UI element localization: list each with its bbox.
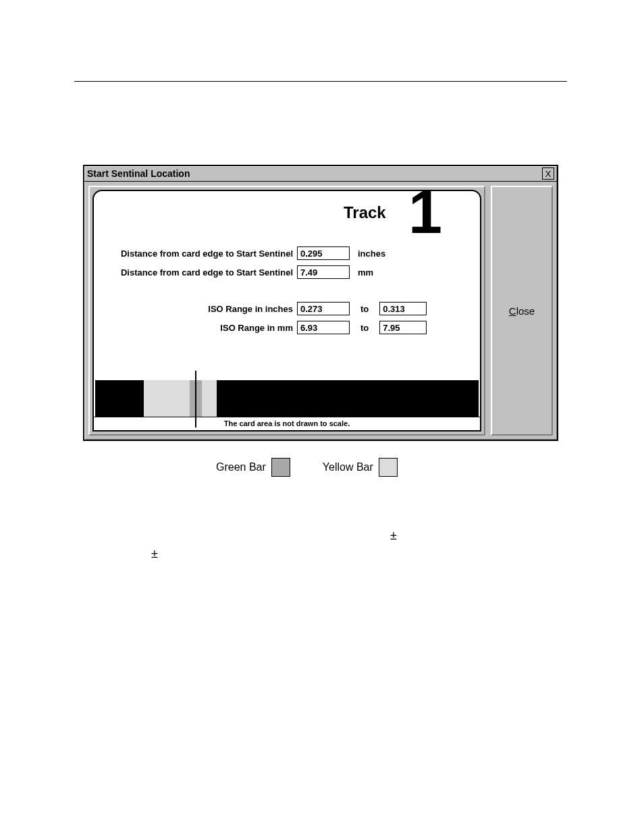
dist-in-label: Distance from card edge to Start Sentine… [107, 249, 293, 259]
row-iso-mm: ISO Range in mm 6.93 to 7.95 [107, 321, 427, 334]
legend-yellow-label: Yellow Bar [323, 461, 373, 473]
to-label-1: to [360, 304, 369, 314]
page-rule [74, 81, 567, 82]
dist-mm-unit: mm [358, 267, 373, 278]
footer-note: The card area is not drawn to scale. [94, 417, 480, 427]
titlebar: Start Sentinal Location X [84, 166, 557, 182]
dialog-title: Start Sentinal Location [87, 168, 190, 179]
dist-in-unit: inches [358, 249, 385, 259]
start-sentinel-dialog: Start Sentinal Location X Track 1 Distan… [83, 165, 558, 441]
iso-in-from: 0.273 [297, 302, 350, 315]
iso-mm-label: ISO Range in mm [107, 323, 293, 333]
stripe-segment-yellow-2 [202, 380, 217, 417]
to-label-2: to [360, 323, 369, 333]
stripe-segment-black-right [217, 380, 479, 417]
stripe-segment-black-left [95, 380, 144, 417]
dist-mm-label: Distance from card edge to Start Sentine… [107, 267, 293, 278]
dialog-body: Track 1 Distance from card edge to Start… [84, 182, 557, 440]
legend-green: Green Bar [216, 458, 290, 477]
dist-mm-value: 7.49 [297, 265, 350, 279]
plusminus-symbol-1: ± [390, 529, 397, 543]
main-panel: Track 1 Distance from card edge to Start… [88, 186, 485, 436]
legend: Green Bar Yellow Bar [216, 458, 398, 477]
close-icon[interactable]: X [542, 167, 554, 180]
close-button[interactable]: Close [491, 186, 553, 436]
close-button-underline: C [509, 305, 516, 317]
row-iso-inches: ISO Range in inches 0.273 to 0.313 [107, 302, 427, 315]
legend-green-swatch [271, 458, 290, 477]
row-dist-inches: Distance from card edge to Start Sentine… [107, 246, 385, 260]
dist-in-value: 0.295 [297, 246, 350, 260]
side-panel: Close [491, 186, 553, 436]
track-number: 1 [408, 190, 442, 242]
plusminus-symbol-2: ± [151, 547, 158, 561]
stripe-segment-yellow-1 [144, 380, 190, 417]
close-button-rest: lose [516, 305, 535, 317]
iso-mm-to: 7.95 [379, 321, 427, 334]
iso-in-label: ISO Range in inches [107, 304, 293, 314]
legend-green-label: Green Bar [216, 461, 266, 473]
inner-panel: Track 1 Distance from card edge to Start… [92, 190, 481, 432]
iso-mm-from: 6.93 [297, 321, 350, 334]
track-label: Track [344, 203, 386, 222]
legend-yellow-swatch [379, 458, 398, 477]
row-dist-mm: Distance from card edge to Start Sentine… [107, 265, 373, 279]
iso-in-to: 0.313 [379, 302, 427, 315]
legend-yellow: Yellow Bar [323, 458, 398, 477]
